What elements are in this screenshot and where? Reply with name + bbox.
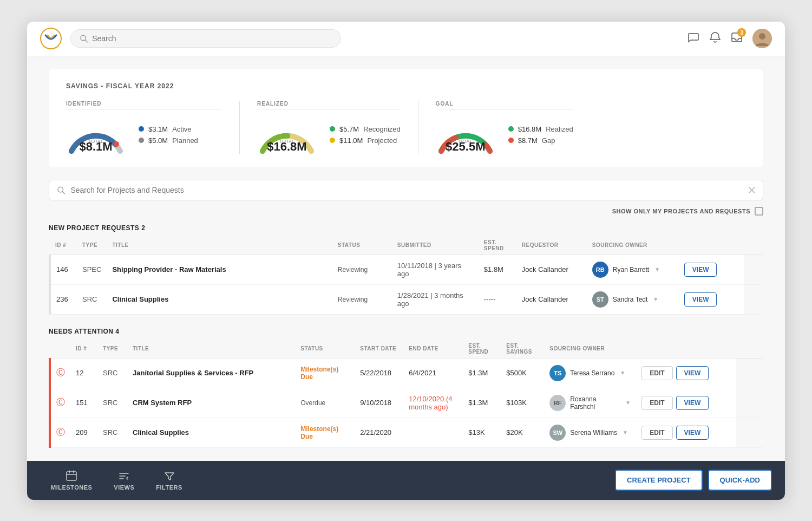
col-header-id: ID #: [50, 236, 77, 255]
view-button[interactable]: VIEW: [684, 292, 717, 307]
identified-gauge: IDENTIFIED TOTAL $8.1M: [66, 101, 239, 154]
row-submitted: 1/28/2021 | 3 months ago: [392, 284, 479, 314]
savings-section: SAVINGS - FISCAL YEAR 2022 IDENTIFIED: [49, 69, 763, 167]
row-id: 151: [70, 388, 97, 418]
savings-title: SAVINGS - FISCAL YEAR 2022: [66, 82, 746, 90]
identified-total-value: $8.1M: [79, 140, 112, 154]
project-search-bar[interactable]: [49, 180, 763, 200]
row-owner: ST Sandra Tedt ▼: [587, 284, 679, 314]
row-title: Janitorial Supplies & Services - RFP: [127, 358, 295, 388]
new-project-requests-table: ID # TYPE TITLE STATUS SUBMITTED EST. SP…: [49, 236, 763, 315]
svg-point-4: [759, 33, 765, 40]
milestones-button[interactable]: MILESTONES: [40, 465, 103, 496]
milestones-icon: [66, 470, 77, 482]
view-button[interactable]: VIEW: [676, 426, 709, 440]
edit-button[interactable]: EDIT: [641, 366, 672, 380]
row-title: Shipping Provider - Raw Materials: [107, 255, 332, 284]
show-mine-label: SHOW ONLY MY PROJECTS AND REQUESTS: [612, 208, 750, 214]
inbox-icon-button[interactable]: 3: [731, 31, 743, 45]
row-enddate: 6/4/2021: [403, 358, 463, 388]
alert-cell: Ⓒ: [50, 418, 70, 447]
row-estspend: $1.3M: [463, 358, 501, 388]
svg-line-7: [63, 191, 65, 193]
row-type: SRC: [77, 284, 107, 314]
view-button[interactable]: VIEW: [684, 263, 717, 277]
col-header-estsavings: EST. SAVINGS: [501, 340, 544, 359]
realized-gauge-visual: TOTAL $16.8M: [257, 116, 317, 154]
view-button[interactable]: VIEW: [676, 396, 709, 410]
col-header-id: ID #: [70, 340, 97, 359]
table-row: Ⓒ 151 SRC CRM System RFP Overdue 9/10/20…: [50, 388, 763, 418]
row-owner: RF Roxanna Farshchi ▼: [544, 388, 636, 418]
owner-dropdown-icon[interactable]: ▼: [623, 429, 628, 435]
legend-item-active: $3.1M Active: [139, 125, 198, 133]
row-status: Reviewing: [332, 284, 392, 314]
realized-label: REALIZED: [257, 101, 401, 109]
view-button[interactable]: VIEW: [676, 366, 709, 380]
col-header-enddate: END DATE: [403, 340, 463, 359]
warning-icon: Ⓒ: [56, 368, 65, 377]
owner-name: Ryan Barrett: [613, 266, 649, 273]
user-avatar[interactable]: [752, 29, 772, 48]
row-status: Milestone(s) Due: [295, 418, 355, 447]
inbox-badge: 3: [737, 28, 746, 37]
quick-add-button[interactable]: QUICK-ADD: [708, 470, 772, 491]
table-row: Ⓒ 209 SRC Clinical Supplies Milestone(s)…: [50, 418, 763, 447]
owner-dropdown-icon[interactable]: ▼: [653, 296, 658, 302]
show-mine-checkbox[interactable]: [755, 207, 763, 216]
chat-icon-button[interactable]: [687, 31, 699, 45]
row-estsavings: $500K: [501, 358, 544, 388]
row-status: Milestone(s) Due: [295, 358, 355, 388]
col-header-requestor: REQUESTOR: [516, 236, 587, 255]
row-estspend: -----: [479, 284, 516, 314]
warning-icon: Ⓒ: [56, 427, 65, 437]
row-type: SRC: [97, 358, 127, 388]
col-header-submitted: SUBMITTED: [392, 236, 479, 255]
new-project-requests-header: NEW PROJECT REQUESTS 2: [49, 224, 763, 232]
row-actions: EDIT VIEW: [636, 388, 736, 418]
svg-line-1: [85, 40, 87, 42]
filters-icon: [163, 470, 175, 482]
col-header-status: STATUS: [332, 236, 392, 255]
row-enddate: 12/10/2020 (4 months ago): [403, 388, 463, 418]
owner-avatar: TS: [549, 365, 566, 381]
row-submitted: 10/11/2018 | 3 years ago: [392, 255, 479, 284]
table-row: 236 SRC Clinical Supplies Reviewing 1/28…: [50, 284, 763, 314]
bell-icon-button[interactable]: [709, 31, 721, 45]
col-header-startdate: START DATE: [355, 340, 403, 359]
owner-avatar: SW: [549, 425, 566, 441]
identified-label: IDENTIFIED: [66, 101, 222, 109]
filters-button[interactable]: FILTERS: [145, 465, 193, 496]
owner-dropdown-icon[interactable]: ▼: [654, 266, 660, 272]
owner-dropdown-icon[interactable]: ▼: [625, 400, 631, 406]
row-status: Reviewing: [332, 255, 392, 284]
views-button[interactable]: VIEWS: [103, 465, 145, 496]
project-search-icon: [57, 186, 65, 194]
owner-dropdown-icon[interactable]: ▼: [620, 370, 625, 376]
alert-cell: Ⓒ: [50, 358, 70, 388]
svg-point-5: [114, 141, 119, 147]
table-row: Ⓒ 12 SRC Janitorial Supplies & Services …: [50, 358, 763, 388]
owner-avatar: RF: [549, 395, 566, 411]
global-search-bar[interactable]: [70, 29, 341, 48]
goal-gauge-visual: GOAL $25.5M: [436, 116, 495, 154]
legend-item-realized: $16.8M Realized: [508, 125, 573, 133]
search-icon: [80, 34, 88, 43]
realized-legend: $5.7M Recognized $11.0M Projected: [330, 125, 401, 145]
row-actions: EDIT VIEW: [636, 358, 736, 388]
svg-rect-10: [67, 472, 76, 480]
col-header-title: TITLE: [107, 236, 332, 255]
show-mine-row: SHOW ONLY MY PROJECTS AND REQUESTS: [49, 207, 763, 216]
owner-name: Teresa Serrano: [570, 369, 614, 377]
clear-search-icon[interactable]: [748, 186, 755, 194]
edit-button[interactable]: EDIT: [641, 396, 672, 410]
col-header-type: TYPE: [77, 236, 107, 255]
row-type: SRC: [97, 418, 127, 447]
owner-avatar: ST: [592, 291, 608, 308]
edit-button[interactable]: EDIT: [641, 426, 672, 440]
project-search-input[interactable]: [70, 186, 742, 194]
row-actions: VIEW: [679, 284, 744, 314]
global-search-input[interactable]: [92, 34, 332, 43]
create-project-button[interactable]: CREATE PROJECT: [615, 470, 703, 491]
footer: MILESTONES VIEWS FILTERS CREATE PROJECT …: [27, 461, 785, 500]
